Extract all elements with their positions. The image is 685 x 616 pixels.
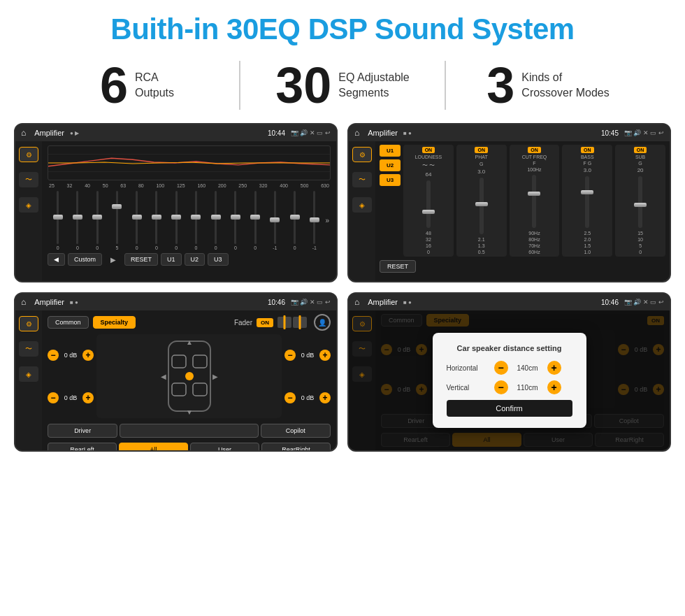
- db-minus-br[interactable]: −: [284, 392, 296, 403]
- svg-rect-5: [193, 355, 207, 368]
- eq-slider-14[interactable]: -1: [305, 191, 323, 250]
- eq-reset-button[interactable]: RESET: [124, 253, 158, 266]
- eq-slider-10[interactable]: 0: [226, 191, 244, 250]
- confirm-button[interactable]: Confirm: [447, 400, 572, 417]
- stat-text-rca: RCA Outputs: [135, 70, 174, 101]
- dialog-vertical-minus[interactable]: −: [494, 380, 508, 394]
- eq-freq-labels: 25 32 40 50 63 80 100 125 160 200 250 32…: [48, 183, 331, 188]
- dialog-horizontal-plus[interactable]: +: [547, 361, 561, 375]
- eq-bottom-bar: ◀ Custom ▶ RESET U1 U2 U3: [48, 253, 331, 266]
- crossover-sidebar-icon-1[interactable]: ⚙: [352, 147, 372, 162]
- svg-text:▼: ▼: [186, 408, 193, 416]
- fader-sidebar-icon-2[interactable]: 〜: [19, 341, 38, 357]
- db-plus-bl[interactable]: +: [82, 392, 94, 403]
- car-diagram: ▲ ▼ ◀ ▶: [96, 334, 282, 418]
- eq-topbar-icons: 📷 🔊 ✕ ▭ ↩: [291, 129, 331, 136]
- eq-sidebar-icon-1[interactable]: ⚙: [19, 147, 38, 162]
- stat-number-30: 30: [275, 60, 331, 110]
- tab-common[interactable]: Common: [48, 316, 89, 329]
- crossover-home-icon[interactable]: ⌂: [354, 128, 359, 138]
- db-control-tr: − 0 dB +: [284, 350, 331, 361]
- btn-user[interactable]: User: [190, 443, 259, 452]
- db-plus-tl[interactable]: +: [82, 350, 94, 361]
- module-bass: ON BASS F G 3.0 2.5 2.0 1.5 1.0: [562, 145, 612, 257]
- eq-sidebar-icon-2[interactable]: 〜: [19, 172, 38, 187]
- eq-graph: [48, 145, 331, 180]
- home-icon[interactable]: ⌂: [21, 128, 26, 138]
- cutfreq-on-badge: ON: [528, 147, 541, 153]
- dialog-horizontal-minus[interactable]: −: [494, 361, 508, 375]
- eq-slider-7[interactable]: 0: [168, 191, 185, 250]
- distance-dialog: Car speaker distance setting Horizontal …: [433, 333, 586, 428]
- module-loudness: ON LOUDNESS 〜 〜 64 48 32 16 0: [403, 145, 454, 257]
- eq-slider-5[interactable]: 0: [128, 191, 145, 250]
- eq-slider-9[interactable]: 0: [207, 191, 224, 250]
- eq-u2-button[interactable]: U2: [185, 253, 206, 266]
- db-minus-bl[interactable]: −: [48, 392, 59, 403]
- cutfreq-slider[interactable]: [532, 175, 536, 228]
- eq-slider-12[interactable]: -1: [266, 191, 284, 250]
- preset-u1[interactable]: U1: [380, 145, 401, 157]
- preset-u2[interactable]: U2: [380, 159, 401, 171]
- sub-slider[interactable]: [638, 176, 642, 228]
- eq-sliders: 0 0 0 5 0 0 0 0 0 0 0 -1 0 -1 »: [48, 191, 331, 250]
- fader-main-area: − 0 dB + − 0 dB +: [48, 334, 331, 418]
- crossover-sidebar-icon-3[interactable]: ◈: [352, 197, 372, 213]
- dialog-horizontal-label: Horizontal: [447, 364, 489, 372]
- db-minus-tr[interactable]: −: [284, 350, 296, 361]
- crossover-modules: ON LOUDNESS 〜 〜 64 48 32 16 0 ON: [403, 145, 665, 257]
- btn-all[interactable]: All: [119, 443, 188, 452]
- fader-home-icon[interactable]: ⌂: [21, 297, 26, 307]
- btn-rearright[interactable]: RearRight: [261, 443, 331, 452]
- cutfreq-title: CUT FREQ: [522, 155, 547, 159]
- eq-slider-1[interactable]: 0: [49, 191, 66, 250]
- eq-custom-button[interactable]: Custom: [68, 253, 102, 266]
- btn-driver[interactable]: Driver: [48, 424, 117, 438]
- eq-body: ⚙ 〜 ◈ 2: [15, 141, 336, 281]
- eq-slider-3[interactable]: 0: [89, 191, 106, 250]
- db-plus-br[interactable]: +: [319, 392, 331, 403]
- crossover-body: ⚙ 〜 ◈ U1 U2 U3 ON LOUDNESS: [349, 141, 670, 281]
- dialog-topbar: ⌂ Amplifier ■ ● 10:46 📷 🔊 ✕ ▭ ↩: [349, 294, 670, 310]
- fader-sidebar-icon-3[interactable]: ◈: [19, 366, 38, 382]
- eq-slider-6[interactable]: 0: [147, 191, 165, 250]
- svg-rect-6: [172, 383, 186, 396]
- eq-slider-2[interactable]: 0: [68, 191, 86, 250]
- eq-expand-icon[interactable]: »: [326, 217, 330, 224]
- eq-u3-button[interactable]: U3: [208, 253, 229, 266]
- eq-slider-11[interactable]: 0: [247, 191, 264, 250]
- eq-sidebar-icon-3[interactable]: ◈: [19, 197, 38, 213]
- tab-specialty[interactable]: Specialty: [93, 316, 136, 329]
- module-phat: ON PHAT G 3.0 2.1 1.3 0.5: [456, 145, 507, 257]
- module-sub: ON SUB G 20 15 10 5 0: [615, 145, 665, 257]
- eq-u1-button[interactable]: U1: [161, 253, 182, 266]
- dialog-status-dots: ■ ●: [403, 299, 412, 306]
- bass-slider[interactable]: [585, 176, 589, 228]
- btn-rearleft[interactable]: RearLeft: [48, 443, 117, 452]
- eq-slider-8[interactable]: 0: [187, 191, 205, 250]
- db-plus-tr[interactable]: +: [319, 350, 331, 361]
- dialog-home-icon[interactable]: ⌂: [354, 297, 359, 307]
- eq-prev-button[interactable]: ◀: [48, 253, 65, 266]
- db-minus-tl[interactable]: −: [48, 350, 59, 361]
- preset-u3[interactable]: U3: [380, 174, 401, 186]
- dialog-horizontal-row: Horizontal − 140cm +: [447, 361, 572, 375]
- eq-time: 10:44: [268, 129, 285, 137]
- db-value-tr: 0 dB: [298, 352, 317, 359]
- phat-slider[interactable]: [480, 178, 484, 234]
- btn-copilot[interactable]: Copilot: [261, 424, 331, 438]
- dialog-vertical-plus[interactable]: +: [547, 380, 561, 394]
- fader-on-badge: ON: [257, 318, 273, 327]
- stat-number-6: 6: [100, 60, 128, 110]
- stats-row: 6 RCA Outputs 30 EQ Adjustable Segments …: [0, 53, 685, 123]
- eq-slider-4[interactable]: 5: [108, 191, 126, 250]
- eq-slider-13[interactable]: 0: [286, 191, 303, 250]
- crossover-screen: ⌂ Amplifier ■ ● 10:45 📷 🔊 ✕ ▭ ↩ ⚙ 〜 ◈ U1…: [347, 123, 671, 282]
- fader-topbar: ⌂ Amplifier ■ ● 10:46 📷 🔊 ✕ ▭ ↩: [15, 294, 336, 310]
- loudness-slider[interactable]: [426, 180, 431, 228]
- eq-play-button[interactable]: ▶: [105, 254, 122, 266]
- crossover-sidebar-icon-2[interactable]: 〜: [352, 172, 372, 187]
- crossover-reset-btn[interactable]: RESET: [380, 260, 416, 273]
- fader-sidebar-icon-1[interactable]: ⚙: [19, 316, 38, 331]
- eq-content: 25 32 40 50 63 80 100 125 160 200 250 32…: [42, 141, 336, 281]
